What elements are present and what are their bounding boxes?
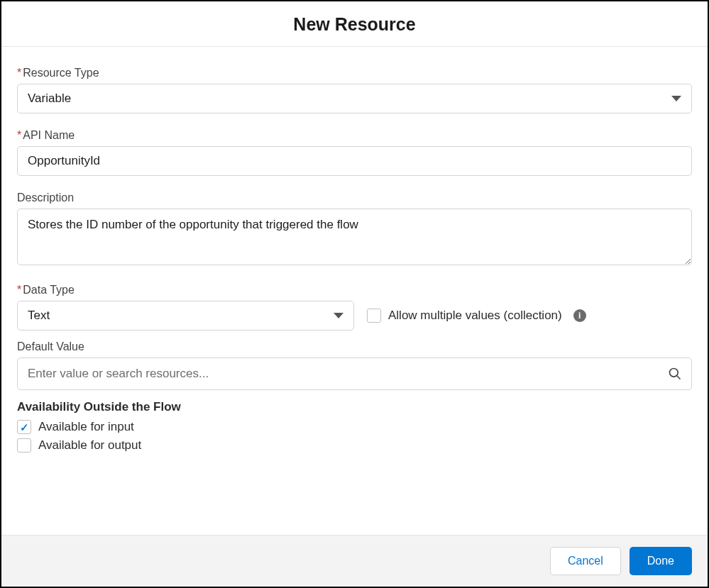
caret-down-icon — [671, 96, 681, 101]
search-icon — [668, 367, 682, 381]
description-group: Description — [17, 192, 692, 268]
required-asterisk: * — [17, 284, 21, 296]
data-type-row: Text Allow multiple values (collection) … — [17, 301, 692, 331]
description-label: Description — [17, 192, 692, 204]
default-value-label: Default Value — [17, 340, 692, 353]
allow-multiple-checkbox[interactable] — [367, 309, 381, 323]
new-resource-modal: New Resource *Resource Type Variable *AP… — [0, 0, 709, 588]
data-type-select[interactable]: Text — [17, 301, 354, 331]
resource-type-value: Variable — [28, 91, 71, 106]
data-type-group: *Data Type Text Allow multiple values (c… — [17, 284, 692, 331]
info-icon[interactable]: i — [573, 309, 586, 322]
api-name-group: *API Name — [17, 129, 692, 176]
availability-list: Available for input Available for output — [17, 420, 692, 453]
api-name-input[interactable] — [17, 146, 692, 176]
resource-type-select[interactable]: Variable — [17, 84, 692, 113]
modal-footer: Cancel Done — [1, 535, 708, 587]
modal-header: New Resource — [1, 1, 708, 47]
modal-title: New Resource — [1, 14, 708, 35]
default-value-group: Default Value — [17, 340, 692, 390]
allow-multiple-row: Allow multiple values (collection) i — [367, 309, 586, 323]
available-for-output-label: Available for output — [38, 438, 141, 453]
resource-type-group: *Resource Type Variable — [17, 67, 692, 113]
required-asterisk: * — [17, 67, 21, 79]
availability-heading: Availability Outside the Flow — [17, 400, 692, 414]
required-asterisk: * — [17, 129, 21, 141]
data-type-label: *Data Type — [17, 284, 692, 296]
api-name-label: *API Name — [17, 129, 692, 142]
default-value-wrap — [17, 357, 692, 390]
default-value-input[interactable] — [17, 357, 692, 390]
cancel-button[interactable]: Cancel — [550, 547, 621, 575]
svg-point-0 — [670, 369, 678, 377]
description-textarea[interactable] — [17, 209, 692, 265]
modal-body: *Resource Type Variable *API Name Descri… — [1, 47, 708, 535]
data-type-value: Text — [28, 309, 50, 323]
available-for-input-checkbox[interactable] — [17, 420, 31, 434]
allow-multiple-label: Allow multiple values (collection) — [388, 309, 562, 323]
available-for-input-label: Available for input — [38, 420, 134, 434]
caret-down-icon — [334, 313, 343, 318]
done-button[interactable]: Done — [630, 547, 692, 575]
available-for-input-row: Available for input — [17, 420, 692, 434]
available-for-output-checkbox[interactable] — [17, 438, 31, 453]
available-for-output-row: Available for output — [17, 438, 692, 453]
resource-type-label: *Resource Type — [17, 67, 692, 79]
svg-line-1 — [677, 376, 681, 379]
